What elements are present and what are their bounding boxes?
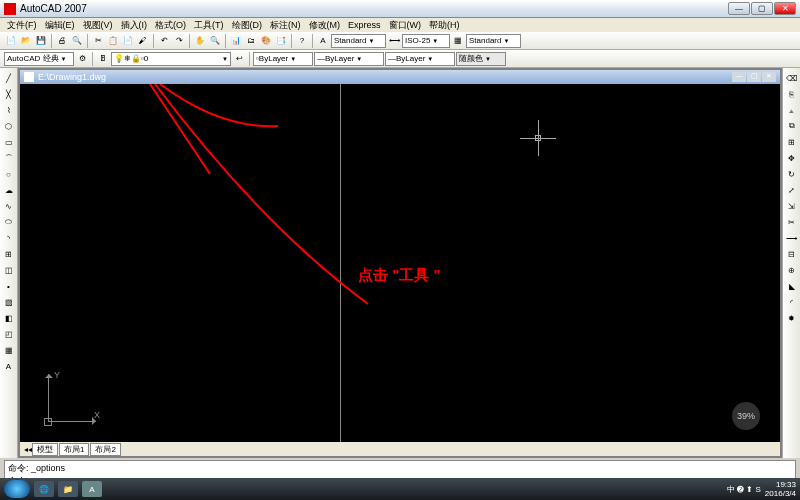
menu-window[interactable]: 窗口(W) [386,19,425,32]
menu-dimension[interactable]: 标注(N) [267,19,304,32]
workspace-dropdown[interactable]: AutoCAD 经典▼ [4,52,74,66]
stretch-icon[interactable]: ⇲ [784,198,800,214]
menu-view[interactable]: 视图(V) [80,19,116,32]
menu-help[interactable]: 帮助(H) [426,19,463,32]
taskbar-autocad-icon[interactable]: A [82,481,102,497]
cut-icon[interactable]: ✂ [91,34,105,48]
start-button[interactable] [4,480,30,498]
sheetset-icon[interactable]: 📑 [274,34,288,48]
hatch-icon[interactable]: ▨ [1,294,17,310]
rotate-icon[interactable]: ↻ [784,166,800,182]
annotation-lines [20,84,780,442]
menu-file[interactable]: 文件(F) [4,19,40,32]
ellipse-icon[interactable]: ⬭ [1,214,17,230]
dim-icon[interactable]: ⟷ [387,34,401,48]
doc-close-button[interactable]: ✕ [762,72,776,82]
scale-icon[interactable]: ⤢ [784,182,800,198]
table-icon[interactable]: ▦ [1,342,17,358]
fillet-icon[interactable]: ◜ [784,294,800,310]
rectangle-icon[interactable]: ▭ [1,134,17,150]
save-icon[interactable]: 💾 [34,34,48,48]
toolbar-layers: AutoCAD 经典▼ ⚙ 🎚 💡❄🔒▫0▼ ↩ ▫ByLayer▼ —ByLa… [0,50,800,68]
workspace-settings-icon[interactable]: ⚙ [75,52,89,66]
tab-layout2[interactable]: 布局2 [90,443,120,456]
line-icon[interactable]: ╱ [1,70,17,86]
pan-icon[interactable]: ✋ [193,34,207,48]
spline-icon[interactable]: ∿ [1,198,17,214]
revcloud-icon[interactable]: ☁ [1,182,17,198]
array-icon[interactable]: ⊞ [784,134,800,150]
minimize-button[interactable]: — [728,2,750,15]
dimstyle-dropdown[interactable]: ISO-25▼ [402,34,450,48]
copyobj-icon[interactable]: ⎘ [784,86,800,102]
copy-icon[interactable]: 📋 [106,34,120,48]
region-icon[interactable]: ◰ [1,326,17,342]
designcenter-icon[interactable]: 🗂 [244,34,258,48]
taskbar-browser-icon[interactable]: 🌐 [34,481,54,497]
zoom-icon[interactable]: 🔍 [208,34,222,48]
point-icon[interactable]: • [1,278,17,294]
extend-icon[interactable]: ⟶ [784,230,800,246]
mtext-icon[interactable]: A [1,358,17,374]
nav-disc[interactable]: 39% [732,402,760,430]
menu-draw[interactable]: 绘图(D) [229,19,266,32]
print-icon[interactable]: 🖨 [55,34,69,48]
undo-icon[interactable]: ↶ [157,34,171,48]
xline-icon[interactable]: ╳ [1,86,17,102]
toolpalette-icon[interactable]: 🎨 [259,34,273,48]
tab-layout1[interactable]: 布局1 [59,443,89,456]
doc-maximize-button[interactable]: ▢ [747,72,761,82]
taskbar-explorer-icon[interactable]: 📁 [58,481,78,497]
break-icon[interactable]: ⊟ [784,246,800,262]
layer-prev-icon[interactable]: ↩ [232,52,246,66]
plotstyle-dropdown[interactable]: 随颜色▼ [456,52,506,66]
new-icon[interactable]: 📄 [4,34,18,48]
chamfer-icon[interactable]: ◣ [784,278,800,294]
menu-express[interactable]: Express [345,20,384,30]
linetype-dropdown[interactable]: —ByLayer▼ [314,52,384,66]
properties-icon[interactable]: 📊 [229,34,243,48]
paste-icon[interactable]: 📄 [121,34,135,48]
polygon-icon[interactable]: ⬡ [1,118,17,134]
menu-format[interactable]: 格式(O) [152,19,189,32]
help-icon[interactable]: ? [295,34,309,48]
doc-minimize-button[interactable]: — [732,72,746,82]
menu-tools[interactable]: 工具(T) [191,19,227,32]
erase-icon[interactable]: ⌫ [784,70,800,86]
textstyle-dropdown[interactable]: Standard▼ [331,34,386,48]
block-icon[interactable]: ◫ [1,262,17,278]
tray-ime[interactable]: 中 ➋ ⬆ S [727,484,761,495]
match-icon[interactable]: 🖌 [136,34,150,48]
offset-icon[interactable]: ⧉ [784,118,800,134]
ellipsearc-icon[interactable]: ◝ [1,230,17,246]
move-icon[interactable]: ✥ [784,150,800,166]
open-icon[interactable]: 📂 [19,34,33,48]
table-icon[interactable]: ▦ [451,34,465,48]
layer-manager-icon[interactable]: 🎚 [96,52,110,66]
tab-model[interactable]: 模型 [32,443,58,456]
trim-icon[interactable]: ✂ [784,214,800,230]
join-icon[interactable]: ⊕ [784,262,800,278]
layer-dropdown[interactable]: 💡❄🔒▫0▼ [111,52,231,66]
drawing-canvas[interactable]: 点击 "工具 " Y X 39% [20,84,780,442]
menu-insert[interactable]: 插入(I) [118,19,151,32]
color-dropdown[interactable]: ▫ByLayer▼ [253,52,313,66]
text-icon[interactable]: A [316,34,330,48]
insert-icon[interactable]: ⊞ [1,246,17,262]
mirror-icon[interactable]: ⟁ [784,102,800,118]
clock-time[interactable]: 19:33 [765,480,796,489]
explode-icon[interactable]: ✸ [784,310,800,326]
preview-icon[interactable]: 🔍 [70,34,84,48]
polyline-icon[interactable]: ⌇ [1,102,17,118]
circle-icon[interactable]: ○ [1,166,17,182]
maximize-button[interactable]: ▢ [751,2,773,15]
redo-icon[interactable]: ↷ [172,34,186,48]
arc-icon[interactable]: ⌒ [1,150,17,166]
menu-edit[interactable]: 编辑(E) [42,19,78,32]
gradient-icon[interactable]: ◧ [1,310,17,326]
lineweight-dropdown[interactable]: —ByLayer▼ [385,52,455,66]
menu-modify[interactable]: 修改(M) [306,19,344,32]
close-button[interactable]: ✕ [774,2,796,15]
tab-nav-prev-icon[interactable]: ◂◂ [24,445,32,454]
tablestyle-dropdown[interactable]: Standard▼ [466,34,521,48]
